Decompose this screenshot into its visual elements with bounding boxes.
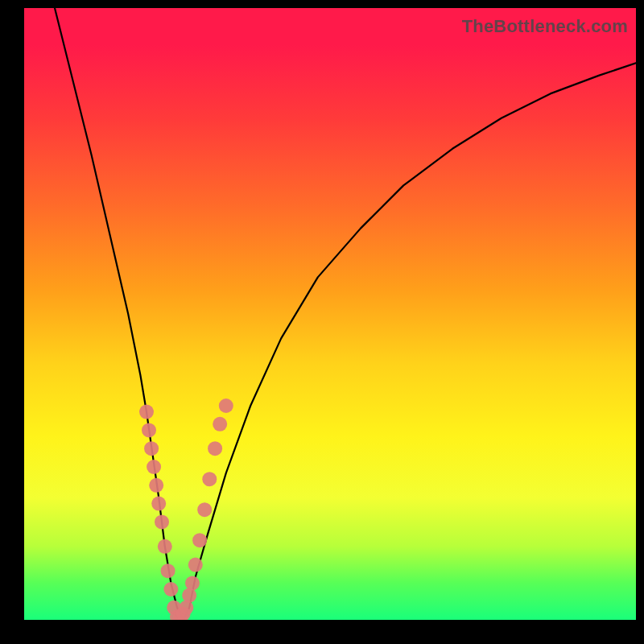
dot-cluster-right [173,398,233,620]
data-point [161,564,175,578]
data-point [151,497,166,511]
dot-cluster-left [139,405,184,620]
data-point [149,478,163,493]
data-point [197,502,212,517]
data-point [142,423,156,437]
bottleneck-curve [55,8,636,620]
data-point [182,588,196,603]
data-point [208,441,222,456]
data-point [192,533,207,547]
data-point [188,558,203,572]
data-point [158,539,172,554]
chart-overlay [24,8,636,620]
data-point [213,417,227,431]
data-point [202,472,217,486]
data-point [185,576,200,590]
data-point [155,514,169,529]
data-point [219,398,233,413]
data-point [147,460,161,474]
data-point [163,582,178,597]
plot-area: TheBottleneck.com [24,8,636,620]
data-point [179,601,193,615]
data-point [144,441,159,456]
data-point [139,405,154,419]
chart-frame: TheBottleneck.com [0,0,644,644]
